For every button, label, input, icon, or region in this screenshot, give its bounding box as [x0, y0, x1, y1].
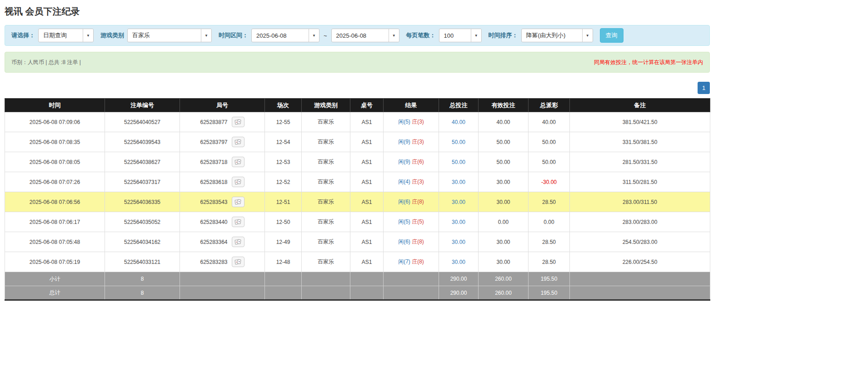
result: 闲(5) 庄(5)	[384, 212, 439, 232]
col-header-total-bet: 总投注	[439, 99, 479, 112]
table-no: AS1	[350, 172, 384, 192]
game-type: 百家乐	[302, 112, 350, 132]
col-header-bet-id: 注单编号	[105, 99, 180, 112]
cards-icon	[234, 119, 241, 125]
date-from-input[interactable]: 2025-06-08 ▼	[251, 29, 319, 42]
result: 闲(9) 庄(3)	[384, 132, 439, 152]
query-type-select[interactable]: 日期查询 ▼	[38, 29, 94, 42]
session: 12-55	[265, 112, 302, 132]
total-bet-cell: 50.00	[439, 152, 479, 172]
view-cards-button[interactable]	[232, 257, 244, 267]
round-cell: 625283283	[180, 252, 265, 272]
total-bet-link[interactable]: 40.00	[452, 119, 465, 125]
table-no: AS1	[350, 192, 384, 212]
bet-time: 2025-06-08 07:05:48	[5, 232, 105, 252]
view-cards-button[interactable]	[232, 157, 244, 167]
total-bet-cell: 30.00	[439, 212, 479, 232]
search-button[interactable]: 查询	[600, 28, 624, 43]
subtotal-label: 小计	[5, 272, 105, 286]
total-bet-link[interactable]: 30.00	[452, 219, 465, 225]
valid-bet: 30.00	[479, 252, 529, 272]
chevron-down-icon[interactable]: ▼	[201, 29, 211, 42]
note: 283.00/283.00	[570, 212, 710, 232]
page-title: 视讯 会员下注纪录	[5, 5, 710, 18]
col-header-game-type: 游戏类别	[302, 99, 350, 112]
total-bet-link[interactable]: 50.00	[452, 159, 465, 165]
page-size-select[interactable]: 100 ▼	[439, 29, 482, 42]
result-player: 闲(5)	[398, 119, 410, 125]
table-row: 2025-06-08 07:05:48522564034162625283364…	[5, 232, 710, 252]
total-bet-link[interactable]: 50.00	[452, 139, 465, 145]
chevron-down-icon[interactable]: ▼	[83, 29, 93, 42]
session: 12-51	[265, 192, 302, 212]
game-type-select[interactable]: 百家乐 ▼	[127, 29, 212, 42]
view-cards-button[interactable]	[232, 137, 244, 147]
round-id: 625283877	[200, 119, 227, 125]
view-cards-button[interactable]	[232, 217, 244, 227]
bet-id: 522564035052	[105, 212, 180, 232]
round-id: 625283283	[200, 259, 227, 265]
col-header-note: 备注	[570, 99, 710, 112]
query-type-label: 请选择：	[11, 31, 35, 40]
round-id: 625283543	[200, 199, 227, 205]
bets-table: 时间 注单编号 局号 场次 游戏类别 桌号 结果 总投注 有效投注 总派彩 备注…	[5, 98, 710, 301]
col-header-valid-bet: 有效投注	[479, 99, 529, 112]
total-bet-link[interactable]: 30.00	[452, 239, 465, 245]
total-valid-bet: 260.00	[479, 286, 529, 300]
cards-icon	[234, 239, 241, 245]
date-range-separator: ~	[324, 32, 327, 39]
total-bet-cell: 30.00	[439, 192, 479, 212]
col-header-session: 场次	[265, 99, 302, 112]
table-body: 2025-06-08 07:09:06522564040527625283877…	[5, 112, 710, 272]
summary-bar: 币别：人民币 | 总共 :8 注单 | 同局有效投注，统一计算在该局第一张注单内	[5, 52, 710, 73]
chevron-down-icon[interactable]: ▼	[471, 29, 481, 42]
valid-bet: 50.00	[479, 132, 529, 152]
round-id: 625283618	[200, 179, 227, 185]
subtotal-total-bet: 290.00	[439, 272, 479, 286]
chevron-down-icon[interactable]: ▼	[309, 29, 319, 42]
total-bet-cell: 50.00	[439, 132, 479, 152]
session: 12-48	[265, 252, 302, 272]
payout: 50.00	[529, 152, 570, 172]
payout: 28.50	[529, 192, 570, 212]
result-banker: 庄(8)	[412, 198, 424, 205]
result-player: 闲(4)	[398, 179, 410, 185]
view-cards-button[interactable]	[232, 237, 244, 247]
summary-currency-count: 币别：人民币 | 总共 :8 注单 |	[11, 59, 81, 66]
view-cards-button[interactable]	[232, 197, 244, 207]
total-bet-link[interactable]: 30.00	[452, 199, 465, 205]
round-id: 625283718	[200, 159, 227, 165]
chevron-down-icon[interactable]: ▼	[582, 29, 593, 42]
total-bet-link[interactable]: 30.00	[452, 179, 465, 185]
table-row: 2025-06-08 07:06:17522564035052625283440…	[5, 212, 710, 232]
view-cards-button[interactable]	[232, 177, 244, 187]
note: 311.50/281.50	[570, 172, 710, 192]
session: 12-49	[265, 232, 302, 252]
payout: 40.00	[529, 112, 570, 132]
total-bet-link[interactable]: 30.00	[452, 259, 465, 265]
col-header-payout: 总派彩	[529, 99, 570, 112]
date-range-label: 时间区间：	[219, 31, 248, 40]
result-banker: 庄(3)	[412, 139, 424, 145]
result-player: 闲(6)	[398, 198, 410, 205]
view-cards-button[interactable]	[232, 117, 244, 127]
round-cell: 625283543	[180, 192, 265, 212]
bet-id: 522564034162	[105, 232, 180, 252]
filter-bar: 请选择： 日期查询 ▼ 游戏类别 百家乐 ▼ 时间区间： 2025-06-08 …	[5, 25, 710, 46]
total-bet-cell: 30.00	[439, 252, 479, 272]
chevron-down-icon[interactable]: ▼	[389, 29, 399, 42]
sort-select[interactable]: 降冪(由大到小) ▼	[521, 29, 593, 42]
total-bet-cell: 30.00	[439, 172, 479, 192]
game-type: 百家乐	[302, 172, 350, 192]
total-row: 总计 8 290.00 260.00 195.50	[5, 286, 710, 300]
valid-bet: 30.00	[479, 232, 529, 252]
payout: 0.00	[529, 212, 570, 232]
note: 331.50/381.50	[570, 132, 710, 152]
payout: 28.50	[529, 232, 570, 252]
page: 视讯 会员下注纪录 请选择： 日期查询 ▼ 游戏类别 百家乐 ▼ 时间区间： 2…	[5, 5, 710, 301]
note: 281.50/331.50	[570, 152, 710, 172]
table-no: AS1	[350, 132, 384, 152]
date-to-input[interactable]: 2025-06-08 ▼	[331, 29, 399, 42]
pagination-page-1[interactable]: 1	[698, 82, 710, 94]
summary-note: 同局有效投注，统一计算在该局第一张注单内	[594, 59, 703, 66]
